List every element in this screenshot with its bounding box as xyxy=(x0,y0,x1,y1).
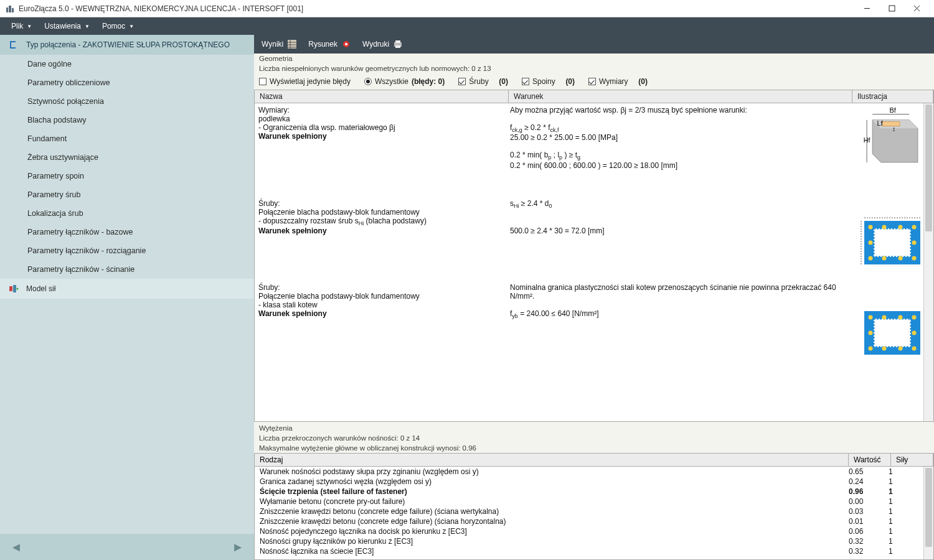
connection-type-icon xyxy=(9,40,19,50)
sidebar-item[interactable]: Lokalizacja śrub xyxy=(0,204,254,223)
illustration-baseplate-icon xyxy=(858,212,927,274)
sidebar-item-model-sil[interactable]: Model sił xyxy=(0,279,254,299)
chk-spoiny[interactable]: Spoiny (0) xyxy=(522,77,575,86)
table-row: Śruby:Połączenie blacha podstawy-blok fu… xyxy=(255,281,933,366)
svg-rect-8 xyxy=(395,40,400,43)
title-text: EuroZłącza 5.0 - WEWNĘTRZNA, NIEKOMERCYJ… xyxy=(19,4,854,13)
svg-point-37 xyxy=(899,315,903,320)
col-warunek[interactable]: Warunek xyxy=(509,90,852,103)
table-row: Nośności grupy łączników po kierunku z [… xyxy=(255,536,933,546)
sidebar-item[interactable]: Parametry łączników - rozciąganie xyxy=(0,241,254,260)
sidebar-item[interactable]: Parametry obliczeniowe xyxy=(0,73,254,92)
svg-point-35 xyxy=(869,315,873,320)
sidebar-item[interactable]: Parametry śrub xyxy=(0,185,254,204)
svg-point-6 xyxy=(345,43,347,45)
col-rodzaj[interactable]: Rodzaj xyxy=(255,454,849,466)
sidebar-item[interactable]: Parametry łączników - ścinanie xyxy=(0,260,254,279)
radio-all[interactable]: Wszystkie (błędy: 0) xyxy=(364,77,445,86)
sidebar: Typ połączenia - ZAKOTWIENIE SŁUPA PROST… xyxy=(0,35,254,560)
chk-sruby[interactable]: Śruby (0) xyxy=(458,77,508,86)
svg-point-43 xyxy=(869,331,873,335)
sidebar-item[interactable]: Parametry spoin xyxy=(0,167,254,185)
tool-rysunek[interactable]: Rysunek xyxy=(308,39,351,49)
col-wartosc[interactable]: Wartość xyxy=(849,454,891,466)
svg-rect-1 xyxy=(9,286,12,291)
app-icon xyxy=(5,4,15,14)
table-row: Ścięcie trzpienia (steel failure of fast… xyxy=(255,487,933,497)
illustration-foundation-icon: BfHfLf↕ xyxy=(858,106,927,168)
menu-help[interactable]: Pomoc▼ xyxy=(96,19,140,33)
svg-point-3 xyxy=(17,288,19,290)
svg-rect-2 xyxy=(13,285,16,292)
svg-point-21 xyxy=(869,225,873,230)
svg-rect-9 xyxy=(395,45,400,48)
table-row: Śruby:Połączenie blacha podstawy-blok fu… xyxy=(255,197,933,281)
svg-point-27 xyxy=(899,256,903,261)
menu-file[interactable]: Plik▼ xyxy=(5,19,38,33)
svg-point-29 xyxy=(869,241,873,245)
sidebar-item[interactable]: Parametry łączników - bazowe xyxy=(0,223,254,241)
svg-text:Hf: Hf xyxy=(864,136,871,144)
svg-text:Bf: Bf xyxy=(889,106,896,114)
table-row: Granica zadanej sztywności węzła (względ… xyxy=(255,477,933,487)
wyt-table-body[interactable]: Warunek nośności podstawy słupa przy zgi… xyxy=(254,467,934,560)
scrollbar[interactable] xyxy=(923,467,933,559)
illustration-baseplate-icon xyxy=(858,302,927,364)
menu-settings[interactable]: Ustawienia▼ xyxy=(38,19,96,33)
sidebar-item[interactable]: Dane ogólne xyxy=(0,55,254,73)
svg-rect-20 xyxy=(874,228,911,257)
print-icon xyxy=(393,39,403,49)
geometry-table-body[interactable]: Wymiary:podlewka- Ograniczenia dla wsp. … xyxy=(255,103,933,421)
svg-point-23 xyxy=(899,225,903,230)
geometry-title: Geometria xyxy=(254,54,934,63)
results-icon xyxy=(287,39,297,49)
svg-point-42 xyxy=(912,347,917,351)
col-ilustracja[interactable]: Ilustracja xyxy=(852,90,933,103)
sidebar-nav: ◄ ► xyxy=(0,534,254,560)
window-controls xyxy=(854,1,929,16)
geometry-table: Nazwa Warunek Ilustracja Wymiary:podlewk… xyxy=(254,90,934,422)
svg-text:Lf: Lf xyxy=(877,119,883,127)
svg-point-25 xyxy=(869,256,873,261)
nav-prev-icon[interactable]: ◄ xyxy=(10,540,22,554)
svg-point-28 xyxy=(912,256,917,261)
svg-point-40 xyxy=(882,347,887,351)
forces-model-icon xyxy=(9,284,19,294)
wyt-l2: Maksymalne wytężenie główne w obliczanej… xyxy=(254,443,934,453)
close-button[interactable] xyxy=(904,1,929,16)
minimize-button[interactable] xyxy=(854,1,879,16)
menubar: Plik▼ Ustawienia▼ Pomoc▼ xyxy=(0,17,934,35)
svg-point-24 xyxy=(912,225,917,230)
table-row: Warunek nośności podstawy słupa przy zgi… xyxy=(255,467,933,477)
tool-wydruki[interactable]: Wydruki xyxy=(362,39,403,49)
table-row: Nośność łącznika na ściecie [EC3]0.321 xyxy=(255,546,933,556)
maximize-button[interactable] xyxy=(879,1,904,16)
wyt-l1: Liczba przekroczonych warunków nośności:… xyxy=(254,433,934,443)
geometry-filters: Wyświetlaj jedynie błędy Wszystkie (błęd… xyxy=(254,73,934,90)
table-row: Zniszczenie krawędzi betonu (concrete ed… xyxy=(255,516,933,526)
sidebar-item[interactable]: Fundament xyxy=(0,129,254,148)
svg-point-41 xyxy=(899,347,903,351)
chk-wymiary[interactable]: Wymiary (0) xyxy=(588,77,648,86)
sidebar-item[interactable]: Żebra usztywniające xyxy=(0,148,254,167)
svg-rect-12 xyxy=(883,121,900,126)
table-row: Nośność pojedynczego łącznika na docisk … xyxy=(255,526,933,536)
svg-point-22 xyxy=(882,225,887,230)
col-nazwa[interactable]: Nazwa xyxy=(255,90,509,103)
table-row: Wyłamanie betonu (concrete pry-out failu… xyxy=(255,497,933,506)
svg-point-44 xyxy=(912,331,917,335)
titlebar: EuroZłącza 5.0 - WEWNĘTRZNA, NIEKOMERCYJ… xyxy=(0,0,934,17)
wyt-title: Wytężenia xyxy=(254,423,934,433)
nav-next-icon[interactable]: ► xyxy=(232,540,244,554)
tool-wyniki[interactable]: Wyniki xyxy=(262,39,297,49)
sidebar-item[interactable]: Sztywność połączenia xyxy=(0,92,254,111)
sidebar-item[interactable]: Blacha podstawy xyxy=(0,111,254,129)
table-row: Wymiary:podlewka- Ograniczenia dla wsp. … xyxy=(255,103,933,197)
chk-errors-only[interactable]: Wyświetlaj jedynie błędy xyxy=(259,77,351,86)
scrollbar[interactable] xyxy=(923,103,933,421)
col-sily[interactable]: Siły xyxy=(891,454,933,466)
drawing-icon xyxy=(341,39,351,49)
svg-point-26 xyxy=(882,256,887,261)
svg-point-36 xyxy=(882,315,887,320)
sidebar-header[interactable]: Typ połączenia - ZAKOTWIENIE SŁUPA PROST… xyxy=(0,35,254,55)
